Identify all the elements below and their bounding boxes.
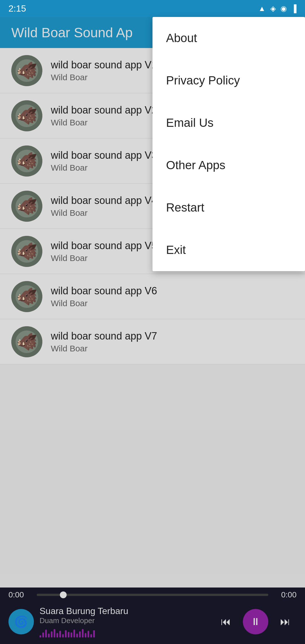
location-icon: ◈ <box>270 4 276 13</box>
battery-icon: ▐ <box>291 4 297 13</box>
dropdown-label-about: About <box>166 31 197 45</box>
dropdown-label-restart: Restart <box>166 201 204 214</box>
dropdown-label-exit: Exit <box>166 243 186 257</box>
dropdown-item-about[interactable]: About <box>152 17 305 59</box>
status-bar: 2:15 ▲ ◈ ◉ ▐ <box>0 0 305 17</box>
dropdown-item-other-apps[interactable]: Other Apps <box>152 144 305 186</box>
dropdown-label-other-apps: Other Apps <box>166 158 225 172</box>
status-time: 2:15 <box>8 3 26 14</box>
dropdown-item-email-us[interactable]: Email Us <box>152 102 305 144</box>
dropdown-item-privacy-policy[interactable]: Privacy Policy <box>152 59 305 102</box>
dropdown-label-email-us: Email Us <box>166 116 213 130</box>
status-icons: ▲ ◈ ◉ ▐ <box>258 4 297 13</box>
dropdown-menu: AboutPrivacy PolicyEmail UsOther AppsRes… <box>152 17 305 271</box>
dropdown-label-privacy-policy: Privacy Policy <box>166 74 240 87</box>
dropdown-item-exit[interactable]: Exit <box>152 229 305 271</box>
signal-icon: ▲ <box>258 4 266 13</box>
wifi-icon: ◉ <box>280 4 287 13</box>
dropdown-item-restart[interactable]: Restart <box>152 186 305 229</box>
